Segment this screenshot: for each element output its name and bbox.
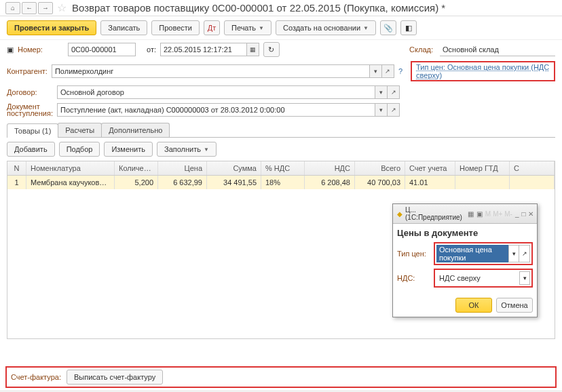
popup-close-icon[interactable]: ✕ (528, 210, 533, 218)
open-icon[interactable]: ↗ (519, 245, 530, 262)
forward-button[interactable]: → (38, 2, 53, 14)
popup-vat-label: НДС: (397, 274, 430, 282)
col-n[interactable]: N (7, 161, 26, 175)
attach-button[interactable]: 📎 (380, 20, 396, 35)
invoice-label: Счет-фактура: (11, 373, 61, 381)
popup-heading: Цены в документе (397, 228, 533, 238)
col-price[interactable]: Цена (158, 161, 207, 175)
receipt-input[interactable]: Поступление (акт, накладная) С000000003 … (57, 103, 375, 117)
dt-kt-button[interactable]: Дт (204, 20, 220, 35)
contractor-input[interactable]: Полимерхолдинг (52, 64, 370, 78)
back-button[interactable]: ← (22, 2, 37, 14)
popup-m2: M+ (493, 210, 502, 218)
col-pnds[interactable]: % НДС (261, 161, 305, 175)
col-sum[interactable]: Сумма (207, 161, 261, 175)
popup-price-label: Тип цен: (397, 250, 430, 258)
dropdown-icon[interactable]: ▾ (370, 64, 382, 78)
popup-price-input[interactable]: Основная цена покупки (436, 245, 508, 262)
doc-icon: ▣ (7, 45, 14, 54)
save-button[interactable]: Записать (100, 20, 147, 35)
post-button[interactable]: Провести (151, 20, 200, 35)
receipt-label: Документ поступления: (7, 103, 53, 117)
page-title: Возврат товаров поставщику 0С00-000001 о… (72, 2, 445, 14)
dropdown-icon[interactable]: ▾ (519, 271, 530, 285)
popup-titlebar[interactable]: ◆ Ц... (1С:Предприятие) ▦ ▣ M M+ M- _ □ … (393, 204, 537, 224)
home-button[interactable]: ⌂ (5, 2, 20, 14)
number-input[interactable]: 0С00-000001 (68, 43, 136, 56)
write-invoice-button[interactable]: Выписать счет-фактуру (67, 370, 163, 385)
col-nds[interactable]: НДС (305, 161, 355, 175)
popup-tool-icon2[interactable]: ▣ (476, 210, 483, 218)
popup-cancel-button[interactable]: Отмена (496, 298, 533, 313)
open-icon[interactable]: ↗ (382, 64, 394, 78)
tab-goods[interactable]: Товары (1) (7, 123, 58, 138)
cell-nom: Мембрана каучуковая (4х1... (26, 176, 115, 189)
popup-window-title: Ц... (1С:Предприятие) (405, 206, 462, 221)
open-icon[interactable]: ↗ (388, 85, 400, 99)
print-label: Печать (231, 24, 256, 32)
col-rest[interactable]: С (510, 161, 555, 175)
number-label: Номер: (18, 45, 64, 54)
post-and-close-button[interactable]: Провести и закрыть (7, 20, 96, 35)
price-type-link[interactable]: Тип цен: Основная цена покупки (НДС свер… (411, 61, 555, 81)
caret-icon: ▼ (204, 146, 209, 153)
calendar-icon[interactable]: ▦ (247, 43, 259, 56)
table-header: N Номенклатура Количество Цена Сумма % Н… (7, 161, 555, 176)
tab-additional[interactable]: Дополнительно (101, 123, 170, 137)
cell-qty: 5,200 (115, 176, 158, 189)
cell-nds: 6 208,48 (305, 176, 355, 189)
fill-label: Заполнить (164, 145, 201, 153)
cell-gtd (455, 176, 510, 189)
col-qty[interactable]: Количество (115, 161, 158, 175)
cell-price: 6 632,99 (158, 176, 207, 189)
dropdown-icon[interactable]: ▾ (375, 103, 388, 117)
col-total[interactable]: Всего (355, 161, 405, 175)
dropdown-icon[interactable]: ▾ (508, 245, 519, 262)
popup-maximize-icon[interactable]: □ (521, 210, 525, 218)
dropdown-icon[interactable]: ▾ (375, 85, 388, 99)
date-input[interactable]: 22.05.2015 12:17:21 (160, 43, 247, 56)
cell-n: 1 (7, 176, 26, 189)
col-gtd[interactable]: Номер ГТД (455, 161, 510, 175)
invoice-section: Счет-фактура: Выписать счет-фактуру (5, 366, 557, 388)
favorite-icon[interactable]: ☆ (57, 1, 67, 14)
cell-rest (510, 176, 555, 189)
popup-ok-button[interactable]: ОК (455, 298, 492, 313)
extra-button[interactable]: ◧ (400, 20, 417, 35)
date-label: от: (147, 45, 156, 54)
table-row[interactable]: 1 Мембрана каучуковая (4х1... 5,200 6 63… (7, 176, 555, 189)
tab-calc[interactable]: Расчеты (58, 123, 102, 137)
popup-minimize-icon[interactable]: _ (515, 210, 519, 218)
caret-icon: ▼ (363, 25, 369, 31)
popup-m3: M- (504, 210, 512, 218)
create-on-basis-button[interactable]: Создать на основании ▼ (276, 20, 376, 35)
popup-m1: M (485, 210, 491, 218)
col-account[interactable]: Счет учета (405, 161, 455, 175)
refresh-icon[interactable]: ↻ (263, 42, 280, 57)
cell-sum: 34 491,55 (207, 176, 261, 189)
popup-vat-input[interactable]: НДС сверху (436, 271, 519, 285)
popup-tool-icon[interactable]: ▦ (468, 210, 474, 218)
contract-input[interactable]: Основной договор (57, 85, 375, 99)
warehouse-label: Склад: (409, 45, 433, 54)
contract-label: Договор: (7, 88, 53, 96)
col-nomenclature[interactable]: Номенклатура (26, 161, 115, 175)
popup-app-icon: ◆ (397, 210, 402, 218)
cell-acct: 41.01 (405, 176, 455, 189)
contractor-label: Контрагент: (7, 67, 48, 75)
cell-pnds: 18% (261, 176, 305, 189)
change-button[interactable]: Изменить (104, 142, 153, 157)
open-icon[interactable]: ↗ (388, 103, 400, 117)
caret-icon: ▼ (259, 25, 264, 31)
add-row-button[interactable]: Добавить (7, 142, 55, 157)
prices-popup: ◆ Ц... (1С:Предприятие) ▦ ▣ M M+ M- _ □ … (392, 203, 538, 317)
fill-button[interactable]: Заполнить ▼ (157, 142, 217, 157)
cell-total: 40 700,03 (355, 176, 405, 189)
help-icon[interactable]: ? (398, 67, 402, 75)
create-on-basis-label: Создать на основании (283, 24, 360, 32)
pick-button[interactable]: Подбор (59, 142, 100, 157)
print-button[interactable]: Печать ▼ (224, 20, 271, 35)
warehouse-field[interactable]: Основной склад (440, 43, 555, 56)
